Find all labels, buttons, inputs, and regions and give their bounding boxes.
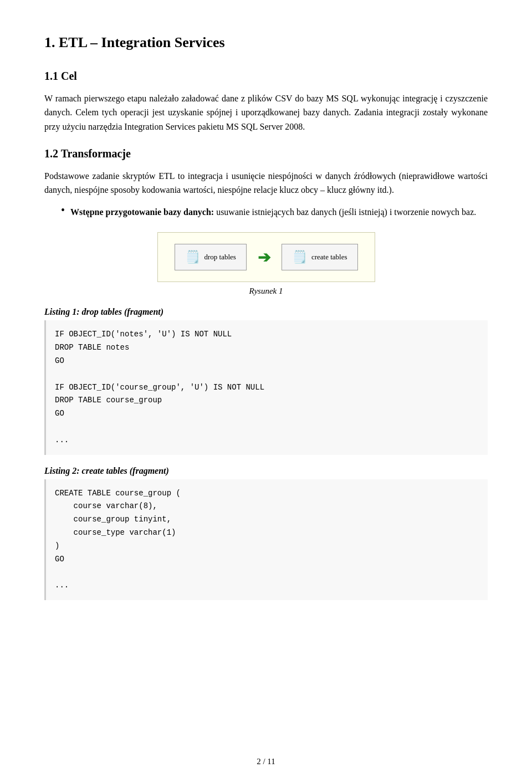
listing2-caption-text: Listing 2: create tables (fragment)	[44, 466, 169, 475]
page-title: 1. ETL – Integration Services	[44, 33, 488, 52]
diagram-drop-label: drop tables	[204, 253, 236, 262]
figure1-caption: Rysunek 1	[249, 286, 283, 296]
diagram-create-label: create tables	[311, 253, 347, 262]
listing1-caption: Listing 1: drop tables (fragment)	[44, 307, 488, 317]
section1-para1: W ramach pierwszego etapu należało załad…	[44, 91, 488, 134]
bullet-dot: •	[61, 204, 65, 217]
section1-heading: 1.1 Cel	[44, 70, 488, 83]
bullet-text-prep: Wstępne przygotowanie bazy danych: usuwa…	[70, 205, 476, 219]
page-content: 1. ETL – Integration Services 1.1 Cel W …	[44, 33, 488, 639]
listing1-code: IF OBJECT_ID('notes', 'U') IS NOT NULL D…	[44, 320, 488, 454]
section2-para1: Podstawowe zadanie skryptów ETL to integ…	[44, 169, 488, 197]
page-footer: 2 / 11	[0, 757, 532, 766]
bullet-item-prep: • Wstępne przygotowanie bazy danych: usu…	[61, 205, 488, 219]
diagram-arrow: ➔	[258, 248, 270, 267]
figure1-image: 🗒️ drop tables ➔ 🗒️ create tables	[157, 232, 375, 282]
bullet-bold-label: Wstępne przygotowanie bazy danych:	[70, 207, 214, 217]
drop-tables-icon: 🗒️	[185, 250, 200, 264]
diagram-create-tables: 🗒️ create tables	[282, 244, 358, 270]
bullet-body: usuwanie istniejących baz danych (jeśli …	[214, 207, 476, 217]
section2-heading: 1.2 Transformacje	[44, 147, 488, 160]
listing2-caption: Listing 2: create tables (fragment)	[44, 466, 488, 476]
figure1-container: 🗒️ drop tables ➔ 🗒️ create tables Rysune…	[44, 232, 488, 296]
listing1-caption-text: Listing 1: drop tables (fragment)	[44, 307, 163, 316]
create-tables-icon: 🗒️	[292, 250, 307, 264]
listing2-code: CREATE TABLE course_group ( course varch…	[44, 479, 488, 600]
diagram-drop-tables: 🗒️ drop tables	[175, 244, 247, 270]
